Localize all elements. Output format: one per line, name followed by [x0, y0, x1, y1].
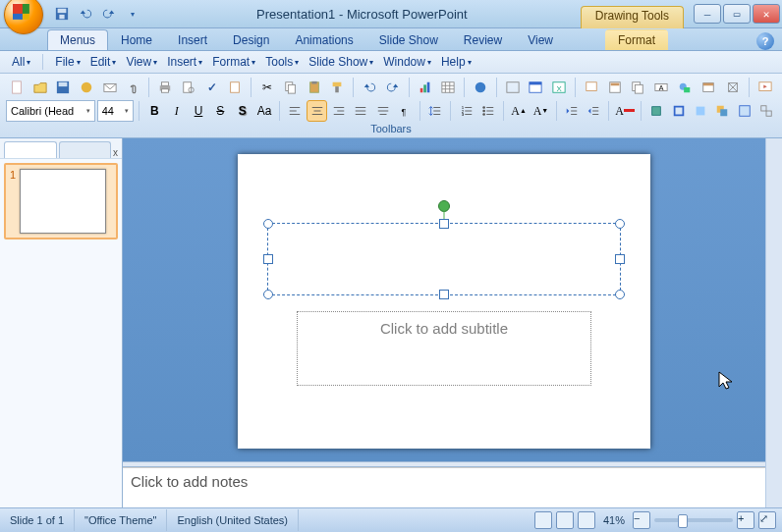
slide[interactable]: Click to add subtitle — [238, 154, 650, 449]
new-slide-icon[interactable] — [581, 77, 602, 98]
close-button[interactable]: ✕ — [753, 4, 780, 24]
group-icon[interactable] — [756, 100, 776, 122]
align-center-icon[interactable] — [307, 100, 326, 122]
tab-home[interactable]: Home — [108, 29, 165, 50]
print-icon[interactable] — [154, 77, 176, 98]
normal-view-button[interactable] — [534, 511, 552, 529]
mail-icon[interactable] — [99, 77, 121, 98]
open-icon[interactable] — [29, 77, 51, 98]
slideshow-run-icon[interactable] — [754, 77, 776, 98]
increase-indent-icon[interactable] — [584, 100, 603, 122]
menu-insert[interactable]: Insert▾ — [163, 53, 206, 71]
help-button[interactable]: ? — [756, 32, 774, 50]
slide-sorter-view-button[interactable] — [556, 511, 574, 529]
text-shadow-button[interactable]: S — [233, 100, 252, 122]
menu-file[interactable]: File▾ — [51, 53, 84, 71]
hyperlink-icon[interactable] — [470, 77, 491, 98]
font-color-icon[interactable]: A — [614, 100, 636, 122]
format-painter-icon[interactable] — [327, 77, 349, 98]
panel-tab-outline[interactable] — [59, 141, 112, 158]
resize-handle-nw[interactable] — [263, 219, 273, 229]
qat-customize[interactable]: ▾ — [122, 3, 143, 25]
copy-icon[interactable] — [280, 77, 302, 98]
undo-icon[interactable] — [359, 77, 380, 98]
status-theme[interactable]: "Office Theme" — [75, 509, 167, 531]
italic-button[interactable]: I — [166, 100, 186, 122]
zoom-slider-thumb[interactable] — [678, 514, 688, 528]
shape-effects-icon[interactable] — [691, 100, 710, 122]
title-placeholder[interactable] — [267, 223, 621, 295]
spelling-icon[interactable]: ✓ — [201, 77, 223, 98]
zoom-slider[interactable] — [654, 518, 733, 522]
menu-view[interactable]: View▾ — [122, 53, 161, 71]
shapes-icon[interactable] — [674, 77, 696, 98]
tab-view[interactable]: View — [515, 29, 566, 50]
menu-tools[interactable]: Tools▾ — [261, 53, 303, 71]
tables-borders-icon[interactable] — [502, 77, 524, 98]
qat-save[interactable] — [51, 3, 73, 25]
resize-handle-sw[interactable] — [263, 290, 273, 299]
insert-table-icon[interactable] — [526, 77, 547, 98]
duplicate-slide-icon[interactable] — [628, 77, 649, 98]
change-case-button[interactable]: Aa — [254, 100, 274, 122]
menu-edit[interactable]: Edit▾ — [86, 53, 121, 71]
paste-icon[interactable] — [304, 77, 325, 98]
menu-slideshow[interactable]: Slide Show▾ — [305, 53, 377, 71]
status-slide[interactable]: Slide 1 of 1 — [0, 509, 75, 531]
tab-insert[interactable]: Insert — [165, 29, 220, 50]
layout-icon[interactable] — [604, 77, 626, 98]
table-icon[interactable] — [437, 77, 459, 98]
zoom-in-button[interactable]: + — [737, 511, 754, 529]
font-name-combo[interactable]: Calibri (Head▾ — [6, 100, 95, 122]
menu-format[interactable]: Format▾ — [208, 53, 259, 71]
tab-animations[interactable]: Animations — [282, 29, 365, 50]
zoom-out-button[interactable]: − — [633, 511, 650, 529]
zoom-label[interactable]: 41% — [603, 514, 625, 526]
slideshow-view-button[interactable] — [578, 511, 595, 529]
tab-slideshow[interactable]: Slide Show — [366, 29, 451, 50]
cut-icon[interactable]: ✂ — [256, 77, 278, 98]
resize-handle-n[interactable] — [439, 219, 449, 229]
font-size-combo[interactable]: 44▾ — [97, 100, 135, 122]
permission-icon[interactable] — [76, 77, 97, 98]
tab-menus[interactable]: Menus — [47, 29, 108, 50]
notes-pane[interactable]: Click to add notes — [123, 467, 765, 507]
resize-handle-se[interactable] — [615, 290, 625, 299]
print-preview-icon[interactable] — [178, 77, 199, 98]
align-left-icon[interactable] — [285, 100, 305, 122]
shape-fill-icon[interactable] — [646, 100, 666, 122]
resize-handle-w[interactable] — [263, 254, 273, 264]
excel-icon[interactable]: X — [548, 77, 570, 98]
underline-button[interactable]: U — [189, 100, 208, 122]
subtitle-placeholder[interactable]: Click to add subtitle — [297, 311, 591, 386]
arrange-icon[interactable] — [712, 100, 732, 122]
menu-all[interactable]: All▾ — [8, 53, 34, 71]
tab-design[interactable]: Design — [220, 29, 282, 50]
text-box-icon[interactable]: A — [650, 77, 672, 98]
menu-help[interactable]: Help▾ — [437, 53, 475, 71]
resize-handle-s[interactable] — [439, 290, 449, 299]
research-icon[interactable] — [225, 77, 247, 98]
redo-icon[interactable] — [382, 77, 404, 98]
fit-to-window-button[interactable]: ⤢ — [758, 511, 776, 529]
resize-handle-ne[interactable] — [615, 219, 625, 229]
slide-canvas[interactable]: Click to add subtitle — [123, 138, 765, 461]
decrease-font-icon[interactable]: A▼ — [531, 100, 550, 122]
maximize-button[interactable]: ▭ — [723, 4, 751, 24]
panel-close-button[interactable]: x — [113, 147, 118, 158]
increase-font-icon[interactable]: A▲ — [509, 100, 529, 122]
line-spacing-icon[interactable] — [425, 100, 445, 122]
new-blank-icon[interactable] — [6, 77, 28, 98]
minimize-button[interactable]: – — [694, 4, 721, 24]
bullets-icon[interactable] — [478, 100, 498, 122]
justify-icon[interactable] — [351, 100, 370, 122]
tab-review[interactable]: Review — [451, 29, 515, 50]
align-right-icon[interactable] — [329, 100, 349, 122]
menu-window[interactable]: Window▾ — [379, 53, 435, 71]
decrease-indent-icon[interactable] — [562, 100, 582, 122]
expand-slide-icon[interactable] — [722, 77, 744, 98]
vertical-scrollbar[interactable] — [765, 138, 782, 507]
slide-thumb-1[interactable]: 1 — [4, 163, 118, 239]
attach-icon[interactable] — [123, 77, 144, 98]
text-direction-icon[interactable]: ¶ — [395, 100, 415, 122]
